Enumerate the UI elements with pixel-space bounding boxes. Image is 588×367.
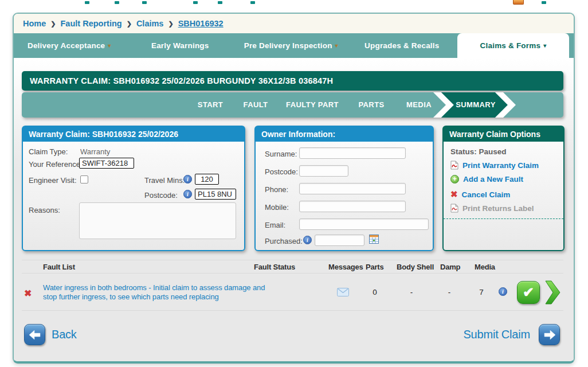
submit-claim-button[interactable]	[539, 324, 560, 345]
progress-step-summary[interactable]: SUMMARY	[456, 92, 495, 118]
open-fault-arrow-icon[interactable]	[544, 280, 562, 305]
owner-information-panel: Owner Information: Surname: Postcode: Ph…	[254, 126, 434, 251]
col-messages: Messages	[328, 263, 363, 271]
phone-input[interactable]	[299, 183, 406, 194]
table-row: ✖ Water ingress in both bedrooms - Initi…	[22, 274, 563, 311]
owner-information-panel-title: Owner Information:	[256, 127, 433, 142]
tab-bar: Delivery Acceptance ▾ Early Warnings Pre…	[14, 33, 574, 58]
surname-input[interactable]	[299, 147, 406, 159]
travel-mins-input[interactable]	[195, 174, 219, 185]
purchased-date-input[interactable]	[315, 235, 364, 246]
purchased-label: Purchased:	[265, 237, 303, 245]
fault-description-link[interactable]: Water ingress in both bedrooms - Initial…	[43, 283, 272, 302]
progress-step-parts[interactable]: PARTS	[358, 92, 384, 118]
info-icon[interactable]: i	[303, 236, 312, 244]
clipped-notification-icon	[513, 0, 524, 5]
breadcrumb: Home ❯ Fault Reporting ❯ Claims ❯ SBH016…	[14, 14, 574, 33]
breadcrumb-home[interactable]: Home	[23, 19, 46, 28]
main-content: WARRANTY CLAIM: SBH016932 25/02/2026 BUR…	[14, 58, 574, 361]
submit-claim-label[interactable]: Submit Claim	[463, 328, 530, 341]
delete-fault-icon[interactable]: ✖	[24, 288, 32, 299]
claim-postcode-input[interactable]	[195, 189, 236, 200]
clipped-text-fragment	[142, 1, 147, 4]
mobile-input[interactable]	[299, 201, 406, 212]
progress-step-start[interactable]: START	[198, 92, 223, 118]
tab-pre-delivery-inspection[interactable]: Pre Delivery Inspection ▾	[236, 33, 347, 58]
col-damp: Damp	[440, 263, 460, 271]
col-fault-list: Fault List	[43, 263, 75, 271]
progress-step-fault[interactable]: FAULT	[244, 92, 268, 118]
claim-postcode-label: Postcode:	[144, 191, 178, 200]
col-media: Media	[475, 263, 495, 271]
add-icon: +	[450, 175, 459, 184]
cancel-icon: ✖	[450, 189, 458, 200]
col-body-shell: Body Shell	[397, 263, 434, 271]
add-new-fault-link[interactable]: + Add a New Fault	[450, 175, 523, 184]
engineer-visit-label: Engineer Visit:	[29, 176, 77, 185]
info-icon[interactable]: i	[499, 287, 507, 296]
message-envelope-icon[interactable]	[337, 288, 349, 296]
tab-label: Delivery Acceptance	[28, 41, 105, 50]
reasons-label: Reasons:	[29, 206, 60, 214]
warranty-claim-panel-body: Claim Type: Warranty Your Reference: Eng…	[23, 142, 244, 250]
progress-step-media[interactable]: MEDIA	[406, 92, 432, 118]
breadcrumb-fault-reporting[interactable]: Fault Reporting	[61, 19, 122, 28]
your-reference-input[interactable]	[79, 158, 134, 169]
chevron-right-icon: ❯	[127, 20, 132, 28]
breadcrumb-claim-number[interactable]: SBH016932	[178, 19, 224, 28]
tab-label: Early Warnings	[151, 41, 209, 50]
owner-postcode-label: Postcode:	[265, 167, 298, 176]
claim-banner: WARRANTY CLAIM: SBH016932 25/02/2026 BUR…	[22, 71, 563, 91]
breadcrumb-claims[interactable]: Claims	[136, 19, 164, 28]
parts-count: 0	[373, 288, 377, 296]
chevron-down-icon: ▾	[108, 42, 111, 49]
chevron-down-icon: ▾	[543, 42, 546, 49]
warranty-claim-panel: Warranty Claim: SBH016932 25/02/2026 Cla…	[22, 126, 245, 251]
clipped-text-fragment	[85, 1, 89, 4]
progress-step-faulty-part[interactable]: FAULTY PART	[286, 92, 339, 118]
tab-early-warnings[interactable]: Early Warnings	[125, 33, 236, 58]
back-label[interactable]: Back	[52, 328, 77, 341]
body-shell-value: -	[410, 288, 413, 296]
progress-bar: START FAULT FAULTY PART PARTS MEDIA SUMM…	[22, 92, 563, 118]
cancel-claim-label: Cancel Claim	[462, 190, 511, 199]
print-warranty-claim-link[interactable]: Print Warranty Claim	[450, 161, 539, 170]
tab-claims-forms[interactable]: Claims & Forms ▾	[457, 33, 569, 58]
email-input[interactable]	[299, 218, 429, 230]
col-fault-status: Fault Status	[254, 263, 295, 271]
clipped-text-fragment	[193, 1, 198, 4]
info-icon[interactable]: i	[183, 190, 192, 198]
back-button[interactable]	[24, 324, 45, 345]
arrow-left-icon	[29, 330, 41, 340]
your-reference-label: Your Reference:	[29, 160, 82, 169]
engineer-visit-checkbox[interactable]	[80, 175, 88, 184]
clipped-top-nav	[0, 0, 588, 6]
info-icon[interactable]: i	[183, 175, 192, 184]
travel-mins-label: Travel Mins:	[144, 176, 185, 185]
pdf-icon	[450, 204, 458, 213]
tab-label: Upgrades & Recalls	[364, 41, 439, 50]
surname-label: Surname:	[265, 150, 297, 158]
print-warranty-claim-label: Print Warranty Claim	[462, 161, 539, 170]
warranty-claim-options-title: Warranty Claim Options	[444, 127, 563, 142]
email-label: Email:	[265, 221, 285, 229]
owner-postcode-input[interactable]	[299, 165, 348, 177]
tab-upgrades-recalls[interactable]: Upgrades & Recalls	[347, 33, 458, 58]
owner-information-panel-body: Surname: Postcode: Phone: Mobile: Email:…	[256, 142, 433, 250]
warranty-claim-options-panel: Warranty Claim Options Status: Paused Pr…	[442, 126, 565, 251]
arrow-right-icon	[543, 330, 556, 340]
claim-banner-title: WARRANTY CLAIM: SBH016932 25/02/2026 BUR…	[30, 76, 333, 85]
col-parts: Parts	[366, 263, 384, 271]
chevron-right-icon: ❯	[168, 20, 173, 28]
warranty-claim-panel-title: Warranty Claim: SBH016932 25/02/2026	[23, 127, 244, 142]
reasons-textarea[interactable]	[79, 202, 236, 239]
clipped-text-fragment	[250, 1, 255, 4]
tab-delivery-acceptance[interactable]: Delivery Acceptance ▾	[14, 33, 125, 58]
calendar-icon[interactable]	[369, 235, 379, 244]
warranty-claim-options-body: Status: Paused Print Warranty Claim + Ad…	[444, 142, 563, 250]
claim-type-value: Warranty	[80, 147, 110, 156]
cancel-claim-link[interactable]: ✖ Cancel Claim	[450, 189, 510, 200]
fault-complete-button[interactable]: ✔	[517, 281, 540, 304]
media-count: 7	[479, 288, 484, 296]
chevron-down-icon: ▾	[335, 42, 338, 49]
